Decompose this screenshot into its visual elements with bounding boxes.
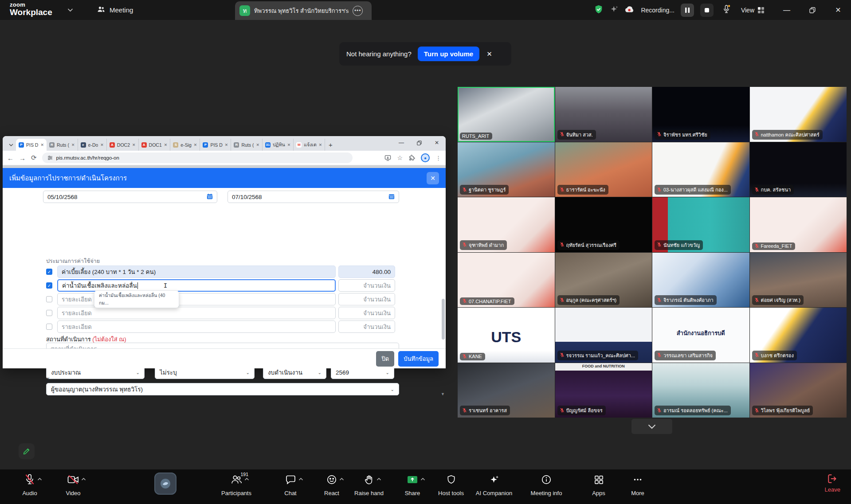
participant-video-tile[interactable]: อารมณ์ รอดลอยทรัพย์ (คณะ... bbox=[652, 363, 749, 418]
participant-video-tile[interactable]: ต่อยศ เจริญ (สวท.) bbox=[750, 253, 847, 308]
chevron-up-icon[interactable] bbox=[37, 475, 42, 483]
tab-close-icon[interactable]: ✕ bbox=[225, 143, 228, 147]
participant-video-tile[interactable]: ราเชนทร์ อาคารส bbox=[458, 363, 555, 418]
tab-meeting[interactable]: Meeting bbox=[97, 0, 133, 20]
participant-video-tile[interactable]: ฐานิตดา ชูราษฎร์ bbox=[458, 142, 555, 197]
back-icon[interactable]: ← bbox=[7, 154, 14, 162]
close-button[interactable]: ปิด bbox=[376, 351, 394, 367]
workspace-chevron-down-icon[interactable] bbox=[67, 7, 73, 13]
participant-video-tile[interactable]: สำนักงานอธิการบดีวรรณเลขา เสริมสารกิจ bbox=[652, 308, 749, 363]
tab-close-icon[interactable]: ✕ bbox=[100, 143, 104, 147]
browser-minimize-button[interactable]: — bbox=[392, 136, 410, 149]
host-tools-button[interactable]: Host tools bbox=[427, 473, 475, 496]
requester-select[interactable]: ผู้ขออนุญาต(นางทิพวรรณ พุทธวิโร) ⌄ bbox=[46, 383, 399, 395]
participant-video-tile[interactable]: RUTS_ARIT bbox=[458, 87, 555, 142]
tab-shared-screen[interactable]: ท ทิพวรรณ พุทธวิโร สำนักวิทยบริการฯ's ••… bbox=[235, 1, 372, 20]
audio-button[interactable]: Audio bbox=[5, 473, 54, 496]
expense-amount-input[interactable]: จำนวนเงิน bbox=[338, 293, 395, 305]
browser-close-button[interactable]: ✕ bbox=[428, 136, 446, 149]
chevron-up-icon[interactable] bbox=[81, 475, 86, 483]
chevron-up-icon[interactable] bbox=[339, 475, 344, 483]
forward-icon[interactable]: → bbox=[19, 154, 26, 162]
date-to-field[interactable]: 07/10/2568 bbox=[227, 191, 399, 203]
calendar-icon[interactable] bbox=[388, 193, 395, 201]
scrollbar-down-arrow-icon[interactable]: ▼ bbox=[441, 392, 445, 396]
expense-amount-input[interactable]: จำนวนเงิน bbox=[338, 320, 395, 333]
leave-button[interactable]: Leave bbox=[825, 473, 840, 493]
window-minimize-button[interactable]: — bbox=[774, 0, 800, 20]
participant-video-tile[interactable]: จิราพัชร มทร.ศรีวิชัย bbox=[652, 87, 749, 142]
participant-video-tile[interactable]: FOOD and NUTRITIONปัญญรัศม์ ลือขจร bbox=[555, 363, 652, 418]
browser-menu-kebab-icon[interactable]: ⋮ bbox=[435, 155, 441, 161]
browser-tab[interactable]: ADOC1✕ bbox=[139, 139, 171, 151]
install-app-icon[interactable] bbox=[384, 155, 391, 161]
expense-checkbox[interactable]: ✓ bbox=[46, 269, 52, 275]
expense-detail-input[interactable]: ค่าน้ำมันเชื้อเพลิงและหล่อลื่นI bbox=[57, 279, 336, 292]
tab-close-icon[interactable]: ✕ bbox=[194, 143, 197, 147]
save-button[interactable]: บันทึกข้อมูล bbox=[398, 351, 439, 367]
participant-video-tile[interactable]: จิราภรณ์ ตันติพงศ์อาภา bbox=[652, 253, 749, 308]
expense-checkbox[interactable] bbox=[46, 310, 52, 316]
more-button[interactable]: More bbox=[613, 473, 662, 496]
tab-close-icon[interactable]: ✕ bbox=[164, 143, 168, 147]
participant-video-tile[interactable]: UTSKANE bbox=[458, 308, 555, 363]
ai-sparkle-icon[interactable] bbox=[610, 5, 619, 16]
tab-close-icon[interactable]: ✕ bbox=[71, 143, 75, 147]
security-shield-icon[interactable] bbox=[594, 4, 604, 16]
browser-tab[interactable]: PPIS D✕ bbox=[200, 139, 231, 151]
browser-tab[interactable]: ADOC2✕ bbox=[107, 139, 139, 151]
participant-video-tile[interactable]: นันทชัย แก้วขวัญ bbox=[652, 197, 749, 252]
view-button[interactable]: View bbox=[741, 7, 765, 14]
participant-video-tile[interactable]: จันทิมา สวส. bbox=[555, 87, 652, 142]
gallery-next-page-button[interactable] bbox=[631, 419, 672, 434]
tab-close-icon[interactable]: ✕ bbox=[256, 143, 259, 147]
tab-close-icon[interactable]: ✕ bbox=[287, 143, 291, 147]
chevron-up-icon[interactable] bbox=[420, 475, 425, 483]
site-settings-icon[interactable] bbox=[47, 155, 53, 160]
modal-close-icon[interactable]: ✕ bbox=[427, 172, 439, 184]
expense-detail-input[interactable]: ค่าเบี้ยเลี้ยง (240 บาท * 1 วัน * 2 คน) bbox=[57, 266, 336, 278]
annotation-pencil-button[interactable] bbox=[19, 443, 35, 459]
shared-app-button[interactable] bbox=[154, 473, 176, 495]
participant-video-tile[interactable]: จุฑาทิพย์ ดำมาก bbox=[458, 197, 555, 252]
calendar-icon[interactable] bbox=[207, 193, 213, 201]
meeting-info-button[interactable]: Meeting info bbox=[522, 473, 571, 496]
browser-tab[interactable]: ee-Do✕ bbox=[78, 139, 107, 151]
modal-scrollbar-thumb[interactable] bbox=[442, 299, 445, 340]
browser-tab[interactable]: 31ปฏิทิน✕ bbox=[263, 139, 294, 151]
expense-amount-input[interactable]: จำนวนเงิน bbox=[338, 279, 395, 292]
tab-close-icon[interactable]: ✕ bbox=[40, 143, 44, 147]
expense-checkbox[interactable]: ✓ bbox=[46, 282, 52, 289]
shared-tab-more-icon[interactable]: ••• bbox=[353, 6, 363, 16]
browser-tab[interactable]: RRuts (✕ bbox=[47, 139, 78, 151]
participant-video-tile[interactable]: 07.CHANATIP.FIET bbox=[458, 253, 555, 308]
expense-checkbox[interactable] bbox=[46, 296, 52, 302]
extensions-icon[interactable] bbox=[408, 155, 415, 161]
bookmark-star-icon[interactable]: ☆ bbox=[397, 154, 403, 161]
participant-video-tile[interactable]: อนุกูล (คณะครุศาสตร์ฯ) bbox=[555, 253, 652, 308]
participants-button[interactable]: 191Participants bbox=[212, 473, 261, 496]
window-restore-button[interactable] bbox=[800, 0, 825, 20]
stop-recording-button[interactable] bbox=[700, 4, 714, 17]
new-tab-button[interactable]: + bbox=[325, 139, 336, 150]
tab-close-icon[interactable]: ✕ bbox=[132, 143, 136, 147]
expense-detail-input[interactable]: รายละเอียด bbox=[57, 307, 336, 319]
address-bar[interactable]: pis.rmutsv.ac.th/hr/reqgo-on bbox=[42, 152, 353, 163]
date-from-field[interactable]: 05/10/2568 bbox=[43, 191, 217, 203]
browser-tab[interactable]: PPIS D✕ bbox=[16, 139, 47, 151]
ai-companion-button[interactable]: AI Companion bbox=[470, 473, 518, 496]
participant-video-tile[interactable]: 03-นางสาวผุสดี แสงมณี กอง... bbox=[652, 142, 749, 197]
expense-amount-input[interactable]: จำนวนเงิน bbox=[338, 307, 395, 319]
chevron-up-icon[interactable] bbox=[376, 475, 381, 483]
browser-tab[interactable]: RRuts (✕ bbox=[231, 139, 263, 151]
browser-tab[interactable]: Se-Sig✕ bbox=[170, 139, 200, 151]
participant-video-tile[interactable]: กบค. สรัลชนา bbox=[750, 142, 847, 197]
pause-recording-button[interactable] bbox=[681, 4, 694, 17]
profile-avatar[interactable]: ● bbox=[421, 153, 430, 162]
raise-hand-button[interactable]: Raise hand bbox=[345, 473, 393, 496]
browser-tab[interactable]: Mแจ้งเต✕ bbox=[294, 139, 325, 151]
expense-amount-input[interactable]: 480.00 bbox=[338, 266, 395, 278]
chevron-up-icon[interactable] bbox=[298, 475, 303, 483]
window-close-button[interactable]: ✕ bbox=[825, 0, 851, 20]
tab-close-icon[interactable]: ✕ bbox=[319, 143, 322, 147]
